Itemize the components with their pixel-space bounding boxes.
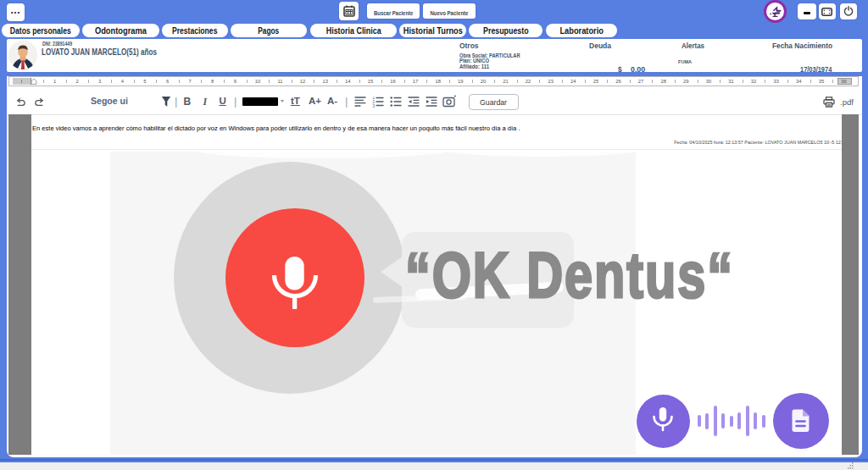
- svg-text:3: 3: [373, 103, 376, 107]
